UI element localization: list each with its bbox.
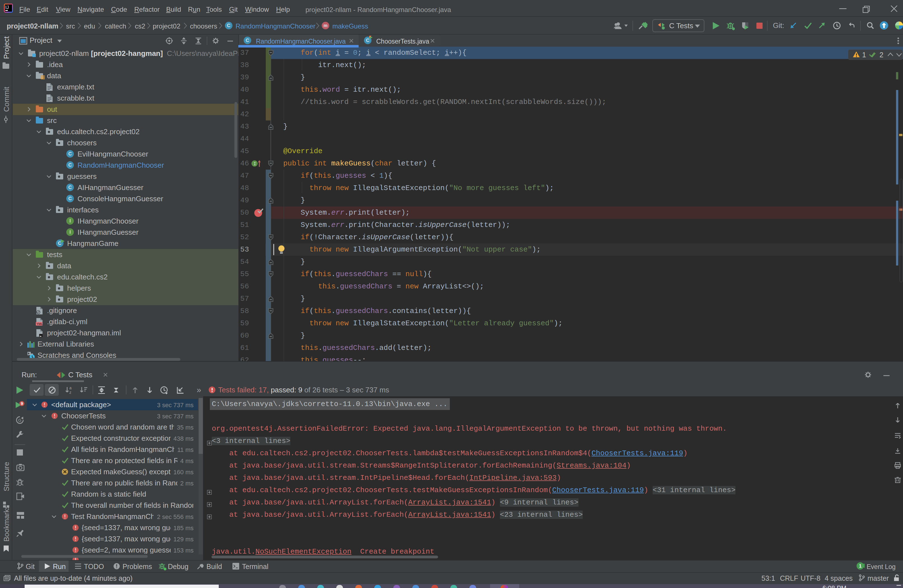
svg-text:z: z: [69, 390, 71, 395]
svg-text:1: 1: [859, 563, 862, 569]
svg-text:YML: YML: [36, 322, 43, 326]
svg-text:G: G: [18, 418, 22, 423]
svg-text:9: 9: [21, 401, 23, 406]
svg-text:I: I: [253, 162, 256, 166]
svg-text:a: a: [69, 386, 72, 390]
